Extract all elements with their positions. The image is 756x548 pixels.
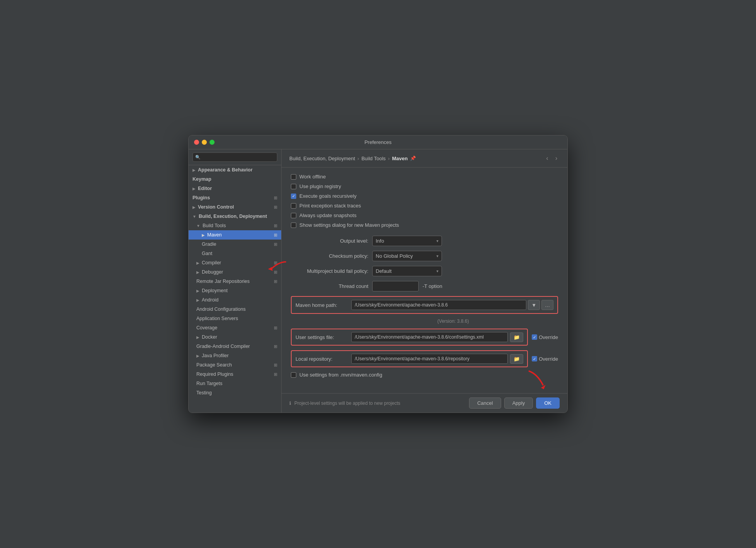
user-settings-row: User settings file: 📁 Override <box>291 329 558 346</box>
execute-goals-checkbox-label[interactable]: Execute goals recursively <box>291 193 356 199</box>
sidebar-item-label: Maven <box>207 232 222 238</box>
arrow-icon: ▶ <box>196 335 199 339</box>
work-offline-checkbox[interactable] <box>291 174 296 180</box>
sidebar-item-docker[interactable]: ▶ Docker <box>189 332 281 342</box>
arrow-icon: ▶ <box>202 233 205 237</box>
print-exceptions-checkbox[interactable] <box>291 203 296 209</box>
sidebar-item-testing[interactable]: Testing <box>189 388 281 397</box>
user-settings-label: User settings file: <box>296 334 349 340</box>
arrow-icon: ▶ <box>192 168 196 172</box>
sidebar-item-keymap[interactable]: Keymap <box>189 175 281 184</box>
sidebar-item-debugger[interactable]: ▶ Debugger ⊞ <box>189 267 281 277</box>
local-repo-browse-btn[interactable]: 📁 <box>510 354 523 364</box>
ok-button[interactable]: OK <box>536 397 560 409</box>
sidebar-item-maven[interactable]: ▶ Maven ⊞ <box>189 230 281 240</box>
checkbox-row-always-update: Always update snapshots <box>291 212 558 218</box>
use-plugin-registry-checkbox[interactable] <box>291 184 296 189</box>
breadcrumb-part-3: Maven <box>392 156 407 161</box>
show-settings-checkbox[interactable] <box>291 223 296 228</box>
sidebar-item-build-exec-deploy[interactable]: ▼ Build, Execution, Deployment <box>189 212 281 221</box>
sidebar-item-editor[interactable]: ▶ Editor <box>189 184 281 193</box>
sidebar-item-label: Gradle <box>202 241 216 247</box>
breadcrumb-sep-2: › <box>388 156 390 161</box>
maven-home-browse-btn[interactable]: … <box>541 300 553 310</box>
output-level-select-wrapper: Info Debug Warning Error <box>372 236 442 246</box>
close-button[interactable] <box>194 140 199 145</box>
sidebar-item-appearance[interactable]: ▶ Appearance & Behavior <box>189 165 281 175</box>
sidebar-item-required-plugins[interactable]: Required Plugins ⊞ <box>189 370 281 379</box>
sidebar-item-remote-jar[interactable]: Remote Jar Repositories ⊞ <box>189 277 281 286</box>
sidebar-item-run-targets[interactable]: Run Targets <box>189 379 281 388</box>
always-update-checkbox-label[interactable]: Always update snapshots <box>291 212 356 218</box>
window-title: Preferences <box>364 139 392 145</box>
sidebar-item-gant[interactable]: Gant <box>189 249 281 258</box>
search-input[interactable] <box>192 152 277 162</box>
local-repo-input[interactable] <box>351 354 508 364</box>
checkbox-row-execute-goals: Execute goals recursively <box>291 193 558 199</box>
multiproject-select-wrapper: Default Fail at End Never Fail <box>372 266 442 276</box>
sidebar-item-app-servers[interactable]: Application Servers <box>189 314 281 323</box>
pin-icon: 📌 <box>410 156 416 161</box>
multiproject-policy-control: Default Fail at End Never Fail <box>372 266 558 276</box>
local-repo-override-label: Override <box>539 356 558 362</box>
minimize-button[interactable] <box>202 140 207 145</box>
bottom-buttons: Cancel Apply OK <box>469 397 560 409</box>
sidebar-item-android-configs[interactable]: Android Configurations <box>189 305 281 314</box>
output-level-select[interactable]: Info Debug Warning Error <box>372 236 442 246</box>
arrow-icon: ▼ <box>192 214 196 219</box>
sidebar-item-label: Deployment <box>202 288 228 293</box>
sidebar-item-java-profiler[interactable]: ▶ Java Profiler <box>189 351 281 360</box>
sidebar-item-gradle[interactable]: Gradle ⊞ <box>189 240 281 249</box>
sidebar-item-label: Build Tools <box>203 223 226 228</box>
sidebar-item-label: Keymap <box>192 176 211 182</box>
show-settings-checkbox-label[interactable]: Show settings dialog for new Maven proje… <box>291 222 399 228</box>
sidebar-item-plugins[interactable]: Plugins ⊞ <box>189 193 281 202</box>
always-update-checkbox[interactable] <box>291 213 296 218</box>
use-plugin-registry-checkbox-label[interactable]: Use plugin registry <box>291 183 341 189</box>
print-exceptions-checkbox-label[interactable]: Print exception stack traces <box>291 203 361 209</box>
maximize-button[interactable] <box>210 140 215 145</box>
nav-back-button[interactable]: ‹ <box>544 154 550 163</box>
sidebar-item-build-tools[interactable]: ▼ Build Tools ⊞ <box>189 221 281 230</box>
maven-home-section: Maven home path: ▼ … <box>291 296 558 314</box>
checksum-policy-label: Checksum policy: <box>291 253 368 259</box>
checksum-policy-select[interactable]: No Global Policy Warn Fail <box>372 251 442 261</box>
use-settings-mvn-checkbox[interactable] <box>291 372 296 378</box>
always-update-label: Always update snapshots <box>299 212 356 218</box>
sidebar-item-coverage[interactable]: Coverage ⊞ <box>189 323 281 332</box>
maven-home-input[interactable] <box>351 300 526 310</box>
sidebar-item-label: Required Plugins <box>196 372 233 377</box>
cancel-button[interactable]: Cancel <box>469 397 501 409</box>
sidebar-item-package-search[interactable]: Package Search ⊞ <box>189 360 281 370</box>
apply-button[interactable]: Apply <box>504 397 533 409</box>
arrow-icon: ▶ <box>196 289 199 293</box>
execute-goals-checkbox[interactable] <box>291 194 296 199</box>
badge-icon: ⊞ <box>274 195 277 200</box>
maven-home-row: Maven home path: ▼ … <box>296 300 553 310</box>
content-scroll: Work offline Use plugin registry Execute… <box>282 168 567 393</box>
maven-home-label: Maven home path: <box>296 302 349 308</box>
bottom-info: ℹ Project-level settings will be applied… <box>289 401 400 406</box>
sidebar-item-label: Gradle-Android Compiler <box>196 344 250 349</box>
multiproject-policy-select[interactable]: Default Fail at End Never Fail <box>372 266 442 276</box>
local-repo-override-checkbox[interactable] <box>532 356 537 361</box>
sidebar-item-android[interactable]: ▶ Android <box>189 295 281 305</box>
breadcrumb-sep-1: › <box>357 156 359 161</box>
thread-count-input[interactable] <box>372 281 419 291</box>
sidebar-item-compiler[interactable]: ▶ Compiler ⊞ <box>189 258 281 267</box>
sidebar-item-deployment[interactable]: ▶ Deployment <box>189 286 281 295</box>
use-settings-mvn-label[interactable]: Use settings from .mvn/maven.config <box>291 372 382 378</box>
use-settings-mvn-row: Use settings from .mvn/maven.config <box>291 372 558 378</box>
sidebar-item-label: Android Configurations <box>196 307 246 312</box>
user-settings-input[interactable] <box>351 332 508 342</box>
sidebar-item-gradle-android[interactable]: Gradle-Android Compiler ⊞ <box>189 342 281 351</box>
nav-forward-button[interactable]: › <box>553 154 560 163</box>
work-offline-checkbox-label[interactable]: Work offline <box>291 174 326 180</box>
breadcrumb: Build, Execution, Deployment › Build Too… <box>289 156 416 161</box>
maven-home-dropdown-btn[interactable]: ▼ <box>528 300 540 310</box>
user-settings-browse-btn[interactable]: 📁 <box>510 332 523 342</box>
sidebar-item-label: Testing <box>196 390 212 396</box>
user-settings-override-checkbox[interactable] <box>532 334 537 340</box>
sidebar-item-version-control[interactable]: ▶ Version Control ⊞ <box>189 202 281 212</box>
sidebar-item-label: Android <box>202 297 218 303</box>
